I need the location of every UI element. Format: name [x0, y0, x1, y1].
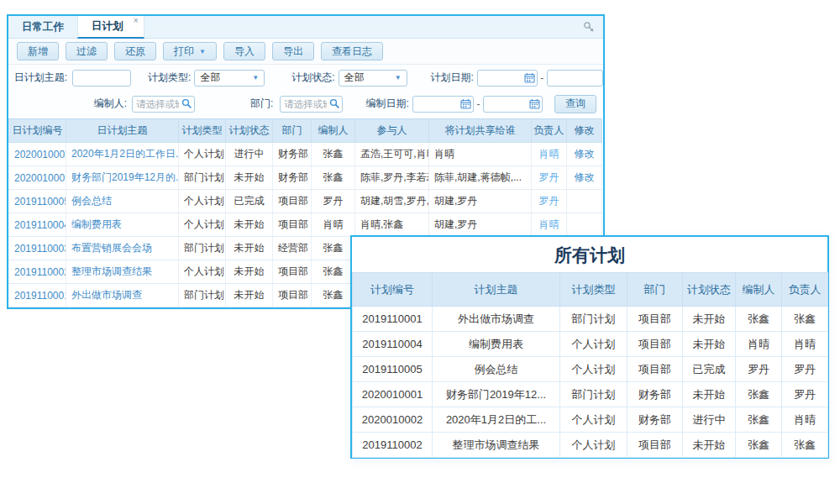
daily-plan-cell-dept: 经营部 — [273, 237, 312, 260]
daily-plan-cell-subject[interactable]: 布置营销展会会场 — [66, 237, 179, 260]
daily-plan-cell-participants: 肖晴,张鑫 — [355, 213, 429, 237]
daily-plan-col-author[interactable]: 编制人 — [312, 119, 355, 143]
daily-plan-cell-type: 个人计划 — [179, 143, 226, 166]
daily-plan-cell-subject[interactable]: 2020年1月2日的工作日... — [66, 143, 179, 166]
daily-plan-cell-edit[interactable]: 修改 — [567, 166, 602, 190]
search-icon[interactable] — [329, 98, 340, 109]
daily-plan-col-status[interactable]: 计划状态 — [226, 119, 273, 143]
type-select[interactable]: 全部 ▼ — [194, 70, 265, 87]
daily-plan-cell-dept: 财务部 — [273, 166, 312, 190]
all-plans-row: 2019110004编制费用表个人计划项目部未开始肖晴肖晴 — [353, 332, 828, 357]
plan-date-to-input[interactable] — [547, 70, 603, 87]
all-plans-cell-dept: 财务部 — [627, 382, 683, 407]
toolbar: 新增 过滤 还原 打印 ▼ 导入 导出 查看日志 — [8, 39, 603, 65]
all-plans-cell-owner: 罗丹 — [782, 357, 828, 382]
daily-plan-cell-status: 已完成 — [226, 190, 273, 213]
daily-plan-header-row: 日计划编号日计划主题计划类型计划状态部门编制人参与人将计划共享给谁负责人修改 — [9, 119, 602, 143]
all-plans-col-id: 计划编号 — [353, 273, 433, 307]
daily-plan-col-subject[interactable]: 日计划主题 — [66, 119, 179, 143]
daily-plan-cell-subject[interactable]: 整理市场调查结果 — [66, 260, 179, 284]
tab-daily-work[interactable]: 日常工作 — [8, 16, 77, 38]
all-plans-cell-type: 个人计划 — [560, 357, 627, 382]
subject-label: 日计划主题: — [12, 71, 67, 85]
create-date-label: 编制日期: — [363, 97, 409, 111]
daily-plan-cell-participants: 孟浩,王可可,肖晴,张鑫 — [355, 143, 429, 166]
daily-plan-row[interactable]: 20200100022020年1月2日的工作日...个人计划进行中财务部张鑫孟浩… — [9, 143, 602, 166]
all-plans-cell-id: 2020010002 — [353, 407, 433, 433]
calendar-icon[interactable] — [460, 98, 471, 109]
query-button[interactable]: 查询 — [554, 95, 596, 113]
tab-daily-plan[interactable]: 日计划 × — [77, 16, 144, 39]
view-log-button[interactable]: 查看日志 — [321, 42, 383, 60]
all-plans-cell-author: 张鑫 — [736, 307, 782, 332]
all-plans-cell-subject: 例会总结 — [433, 357, 560, 382]
tab-daily-work-label: 日常工作 — [22, 21, 64, 33]
all-plans-cell-id: 2019110002 — [353, 433, 433, 458]
subject-input[interactable] — [72, 70, 131, 87]
daily-plan-cell-type: 个人计划 — [179, 213, 226, 237]
daily-plan-cell-status: 未开始 — [226, 166, 273, 190]
daily-plan-cell-edit[interactable]: 修改 — [567, 143, 602, 166]
filter-button[interactable]: 过滤 — [66, 42, 108, 60]
daily-plan-cell-participants: 陈菲,罗丹,李若若,罗... — [355, 166, 429, 190]
search-icon[interactable] — [181, 98, 192, 109]
daily-plan-col-id[interactable]: 日计划编号 — [9, 119, 66, 143]
daily-plan-row[interactable]: 2020010001财务部门2019年12月的...部门计划未开始财务部张鑫陈菲… — [9, 166, 602, 190]
daily-plan-cell-participants: 胡建,胡雪,罗丹,任晓... — [355, 190, 429, 213]
all-plans-header-row: 计划编号计划主题计划类型部门计划状态编制人负责人 — [353, 273, 828, 307]
all-plans-cell-id: 2019110001 — [353, 307, 433, 332]
all-plans-cell-author: 张鑫 — [736, 407, 782, 433]
all-plans-title: 所有计划 — [352, 237, 827, 272]
daily-plan-col-edit[interactable]: 修改 — [567, 119, 602, 143]
daily-plan-cell-edit — [567, 213, 602, 237]
daily-plan-cell-id[interactable]: 2020010002 — [9, 143, 66, 166]
daily-plan-cell-subject[interactable]: 外出做市场调查 — [66, 284, 179, 307]
daily-plan-col-participants[interactable]: 参与人 — [355, 119, 429, 143]
all-plans-col-subject: 计划主题 — [433, 273, 560, 307]
all-plans-cell-subject: 财务部门2019年12... — [433, 382, 560, 407]
daily-plan-cell-id[interactable]: 2019110002 — [9, 260, 66, 284]
close-tab-icon[interactable]: × — [134, 17, 139, 25]
all-plans-cell-type: 个人计划 — [560, 433, 627, 458]
daily-plan-cell-status: 未开始 — [226, 213, 273, 237]
daily-plan-cell-id[interactable]: 2019110005 — [9, 190, 66, 213]
daily-plan-cell-subject[interactable]: 编制费用表 — [66, 213, 179, 237]
daily-plan-cell-subject[interactable]: 例会总结 — [66, 190, 179, 213]
calendar-icon[interactable] — [529, 98, 540, 109]
all-plans-cell-type: 部门计划 — [560, 382, 627, 407]
daily-plan-cell-status: 进行中 — [226, 143, 273, 166]
daily-plan-cell-id[interactable]: 2020010001 — [9, 166, 66, 190]
daily-plan-cell-status: 未开始 — [226, 237, 273, 260]
daily-plan-cell-owner[interactable]: 肖晴 — [532, 213, 567, 237]
daily-plan-row[interactable]: 2019110005例会总结个人计划已完成项目部罗丹胡建,胡雪,罗丹,任晓...… — [9, 190, 602, 213]
daily-plan-col-type[interactable]: 计划类型 — [179, 119, 226, 143]
export-button[interactable]: 导出 — [272, 42, 314, 60]
daily-plan-col-dept[interactable]: 部门 — [273, 119, 312, 143]
daily-plan-cell-shared_with: 胡建,罗丹 — [429, 213, 532, 237]
daily-plan-cell-owner[interactable]: 罗丹 — [532, 190, 567, 213]
daily-plan-cell-owner[interactable]: 罗丹 — [532, 166, 567, 190]
daily-plan-cell-author: 张鑫 — [312, 166, 355, 190]
all-plans-cell-status: 已完成 — [683, 357, 736, 382]
print-button[interactable]: 打印 ▼ — [163, 42, 217, 60]
add-button[interactable]: 新增 — [17, 42, 59, 60]
daily-plan-cell-id[interactable]: 2019110004 — [9, 213, 66, 237]
daily-plan-cell-dept: 项目部 — [273, 213, 312, 237]
daily-plan-cell-subject[interactable]: 财务部门2019年12月的... — [66, 166, 179, 190]
calendar-icon[interactable] — [524, 72, 535, 83]
daily-plan-cell-id[interactable]: 2019110001 — [9, 284, 66, 307]
restore-button[interactable]: 还原 — [114, 42, 156, 60]
search-scheme-icon[interactable] — [583, 21, 595, 33]
daily-plan-cell-id[interactable]: 2019110003 — [9, 237, 66, 260]
daily-plan-col-shared_with[interactable]: 将计划共享给谁 — [429, 119, 532, 143]
chevron-down-icon: ▼ — [199, 48, 206, 55]
daily-plan-cell-owner[interactable]: 肖晴 — [532, 143, 567, 166]
import-button[interactable]: 导入 — [223, 42, 265, 60]
daily-plan-cell-author: 张鑫 — [312, 260, 355, 284]
all-plans-cell-type: 个人计划 — [560, 407, 627, 433]
daily-plan-cell-type: 部门计划 — [179, 166, 226, 190]
daily-plan-col-owner[interactable]: 负责人 — [532, 119, 567, 143]
daily-plan-cell-author: 肖晴 — [312, 213, 355, 237]
daily-plan-row[interactable]: 2019110004编制费用表个人计划未开始项目部肖晴肖晴,张鑫胡建,罗丹肖晴 — [9, 213, 602, 237]
status-select[interactable]: 全部 ▼ — [339, 70, 407, 87]
